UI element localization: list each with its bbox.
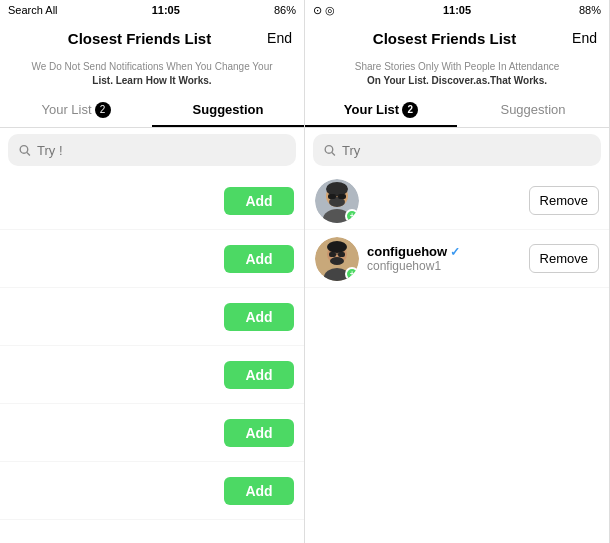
- list-item: Add: [0, 462, 304, 520]
- left-search-input[interactable]: [37, 143, 286, 158]
- svg-point-6: [326, 182, 348, 196]
- svg-rect-16: [329, 252, 336, 257]
- right-tab-yourlist-label: Your List: [344, 102, 399, 117]
- avatar1-green-ring: +: [345, 209, 359, 223]
- svg-rect-8: [328, 194, 336, 199]
- right-time: 11:05: [443, 4, 471, 16]
- svg-line-1: [27, 152, 30, 155]
- right-tab-badge: 2: [402, 102, 418, 118]
- list-item: Add: [0, 230, 304, 288]
- handle-2: configuehow1: [367, 259, 521, 273]
- right-info-box: Share Stories Only With People In Attend…: [305, 56, 609, 92]
- left-header-title: Closest Friends List: [12, 30, 267, 47]
- left-status-right: 86%: [274, 4, 296, 16]
- left-tabs: Your List 2 Suggestion: [0, 92, 304, 128]
- left-status-left: Search All: [8, 4, 58, 16]
- avatar-1: +: [315, 179, 359, 223]
- right-list-item-1: + Remove: [305, 172, 609, 230]
- list-item: Add: [0, 172, 304, 230]
- right-info-text: Share Stories Only With People In Attend…: [355, 61, 560, 72]
- left-panel: Search All 11:05 86% Closest Friends Lis…: [0, 0, 305, 543]
- left-tab-badge: 2: [95, 102, 111, 118]
- left-tab-yourlist[interactable]: Your List 2: [0, 92, 152, 127]
- right-end-button[interactable]: End: [572, 30, 597, 46]
- add-button-6[interactable]: Add: [224, 477, 294, 505]
- remove-button-2[interactable]: Remove: [529, 244, 599, 273]
- left-tab-suggestion-label: Suggestion: [193, 102, 264, 117]
- verified-icon-2: ✓: [450, 245, 460, 259]
- list-item: Add: [0, 346, 304, 404]
- right-info-link[interactable]: On Your List. Discover.as.That Works.: [367, 75, 547, 86]
- left-search-bar[interactable]: [8, 134, 296, 166]
- left-info-box: We Do Not Send Notifications When You Ch…: [0, 56, 304, 92]
- left-status-bar: Search All 11:05 86%: [0, 0, 304, 20]
- battery-text: 86%: [274, 4, 296, 16]
- add-button-2[interactable]: Add: [224, 245, 294, 273]
- svg-point-15: [330, 257, 344, 265]
- avatar2-green-ring: +: [345, 267, 359, 281]
- left-tab-yourlist-label: Your List: [41, 102, 91, 117]
- right-tab-suggestion-label: Suggestion: [500, 102, 565, 117]
- add-button-3[interactable]: Add: [224, 303, 294, 331]
- right-status-icons: ⊙ ◎: [313, 4, 335, 17]
- list-item: Add: [0, 288, 304, 346]
- svg-line-3: [332, 152, 335, 155]
- right-header-title: Closest Friends List: [317, 30, 572, 47]
- avatar-2: +: [315, 237, 359, 281]
- remove-button-1[interactable]: Remove: [529, 186, 599, 215]
- right-battery: 88%: [579, 4, 601, 16]
- left-time: 11:05: [152, 4, 180, 16]
- username-2: configuehow ✓: [367, 244, 521, 259]
- right-search-bar[interactable]: [313, 134, 601, 166]
- add-button-5[interactable]: Add: [224, 419, 294, 447]
- svg-point-0: [20, 146, 28, 154]
- carrier-text: Search All: [8, 4, 58, 16]
- left-info-text: We Do Not Send Notifications When You Ch…: [31, 61, 272, 72]
- right-list: + Remove: [305, 172, 609, 543]
- user-info-2: configuehow ✓ configuehow1: [359, 244, 529, 273]
- right-tab-suggestion[interactable]: Suggestion: [457, 92, 609, 127]
- right-tab-yourlist[interactable]: Your List 2: [305, 92, 457, 127]
- svg-rect-9: [338, 194, 346, 199]
- right-status-bar: ⊙ ◎ 11:05 88%: [305, 0, 609, 20]
- add-button-4[interactable]: Add: [224, 361, 294, 389]
- right-header: Closest Friends List End: [305, 20, 609, 56]
- add-button-1[interactable]: Add: [224, 187, 294, 215]
- right-search-input[interactable]: [342, 143, 591, 158]
- left-end-button[interactable]: End: [267, 30, 292, 46]
- left-list: Add Add Add Add Add Add: [0, 172, 304, 543]
- right-list-item-2: + configuehow ✓ configuehow1 Remove: [305, 230, 609, 288]
- svg-point-14: [327, 241, 347, 253]
- left-header: Closest Friends List End: [0, 20, 304, 56]
- list-item: Add: [0, 404, 304, 462]
- svg-rect-17: [338, 252, 345, 257]
- right-tabs: Your List 2 Suggestion: [305, 92, 609, 128]
- left-search-icon: [18, 143, 31, 157]
- right-panel: ⊙ ◎ 11:05 88% Closest Friends List End S…: [305, 0, 610, 543]
- left-info-link[interactable]: List. Learn How It Works.: [92, 75, 211, 86]
- right-search-icon: [323, 143, 336, 157]
- left-tab-suggestion[interactable]: Suggestion: [152, 92, 304, 127]
- svg-point-2: [325, 146, 333, 154]
